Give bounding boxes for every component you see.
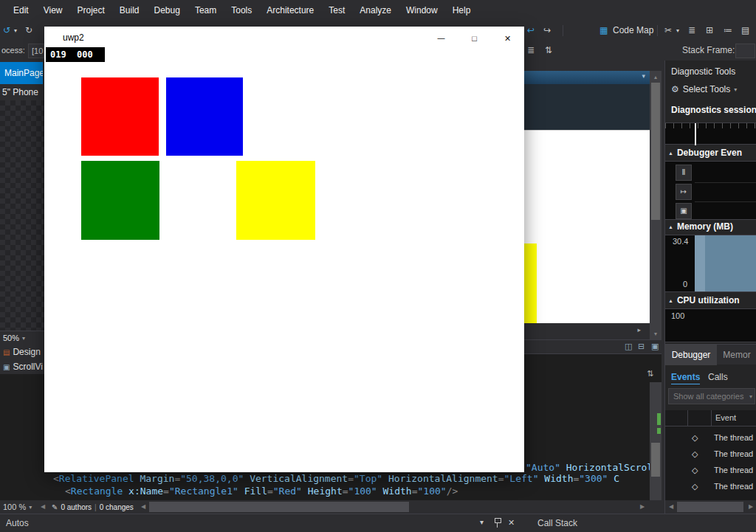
category-filter-dropdown[interactable]: Show all categories ▾	[668, 388, 755, 404]
editor-splitter-grip-icon[interactable]: ⇅	[647, 369, 653, 379]
collapse-triangle-icon[interactable]: ▲	[668, 298, 673, 303]
menu-test[interactable]: Test	[321, 5, 352, 15]
designer-zoom-control[interactable]: 50% ▾	[0, 331, 44, 345]
editor-vertical-scrollbar[interactable]	[650, 382, 662, 500]
event-row[interactable]: ◇ The thread	[665, 446, 756, 462]
zoom-dropdown-icon[interactable]: ▾	[22, 335, 25, 342]
list-icon[interactable]: ≣	[688, 21, 695, 41]
panel-icon[interactable]: ▤	[741, 21, 749, 41]
subtab-events[interactable]: Events	[671, 372, 700, 384]
updown-icon[interactable]: ⇅	[545, 41, 552, 61]
designer-yellow-rectangle[interactable]	[524, 243, 537, 323]
horizontal-scrollbar[interactable]	[148, 500, 636, 514]
menu-analyze[interactable]: Analyze	[352, 5, 399, 15]
timeline-cursor[interactable]	[695, 123, 696, 145]
session-timeline[interactable]	[665, 122, 756, 145]
threads-icon[interactable]: ≣	[527, 41, 535, 61]
collapse-triangle-icon[interactable]: ▲	[668, 151, 673, 156]
tab-memory-usage[interactable]: Memor	[717, 345, 756, 365]
close-icon[interactable]: ✕	[508, 518, 515, 528]
menu-team[interactable]: Team	[188, 5, 224, 15]
scroll-left-icon[interactable]: ◀	[38, 500, 47, 514]
designer-scroll-right-icon[interactable]: ▸	[637, 326, 641, 334]
navigate-forward-icon[interactable]: ↪	[543, 21, 551, 41]
change-mark	[657, 428, 661, 434]
assign-icon[interactable]: ≔	[724, 21, 732, 41]
autos-tab[interactable]: Autos	[6, 518, 29, 528]
editor-bottom-bar: 100 % ▾ ◀ ✎ 0 authors | 0 changes ◀ ▶	[0, 500, 756, 514]
code-line-relativepanel: <RelativePanel Margin="50,38,0,0" Vertic…	[53, 473, 648, 484]
minimize-button[interactable]: —	[425, 27, 458, 50]
scrollbar-thumb[interactable]	[677, 502, 743, 512]
cpu-label: CPU utilization	[677, 295, 740, 305]
menu-tools[interactable]: Tools	[224, 5, 259, 15]
device-selector[interactable]: 5" Phone	[2, 87, 38, 97]
subtab-calls[interactable]: Calls	[708, 372, 728, 382]
export-events-button[interactable]: ↦	[676, 184, 692, 200]
detach-dropdown-icon[interactable]: ▾	[676, 21, 679, 41]
scrollbar-thumb[interactable]	[149, 502, 409, 512]
menu-build[interactable]: Build	[112, 5, 147, 15]
code-map-icon[interactable]: ▦	[599, 21, 608, 41]
scroll-down-icon[interactable]: ▾	[650, 329, 662, 339]
scrollbar-thumb[interactable]	[651, 83, 660, 220]
select-tools-button[interactable]: ⚙ Select Tools ▾	[671, 84, 737, 94]
close-button[interactable]: ✕	[491, 27, 524, 50]
process-combobox[interactable]: [10	[28, 44, 44, 58]
menu-view[interactable]: View	[36, 5, 70, 15]
scroll-up-icon[interactable]: ▴	[650, 72, 662, 83]
event-row[interactable]: ◇ The thread	[665, 478, 756, 494]
menu-project[interactable]: Project	[69, 5, 111, 15]
scroll-right-icon[interactable]: ▶	[746, 500, 755, 514]
pin-icon[interactable]	[494, 518, 501, 528]
changes-count[interactable]: 0 changes	[100, 503, 134, 511]
navigate-back-icon[interactable]: ↩	[527, 21, 535, 41]
debugger-events-section-header[interactable]: ▲ Debugger Even	[668, 148, 742, 158]
redo-icon[interactable]: ↻	[25, 21, 32, 41]
menu-edit[interactable]: Edit	[6, 5, 36, 15]
tab-debugger[interactable]: Debugger	[665, 345, 717, 365]
document-tab-mainpage[interactable]: MainPage..	[0, 62, 43, 84]
pause-events-button[interactable]: Ⅱ	[676, 165, 692, 181]
app-title-bar[interactable]: uwp2 — □ ✕	[44, 27, 524, 50]
event-row[interactable]: ◇ The thread	[665, 429, 756, 446]
scroll-left-icon[interactable]: ◀	[667, 500, 676, 514]
collapse-triangle-icon[interactable]: ▲	[668, 224, 673, 229]
designer-artboard[interactable]	[524, 130, 650, 323]
undo-icon[interactable]: ↺	[3, 21, 10, 41]
designer-chrome-dropdown-icon[interactable]: ▾	[642, 72, 645, 80]
cpu-section-header[interactable]: ▲ CPU utilization	[668, 295, 740, 305]
snapshot-button[interactable]: ▣	[676, 203, 692, 219]
document-outline-breadcrumb[interactable]: ▣ ScrollVi	[0, 359, 44, 374]
menu-architecture[interactable]: Architecture	[259, 5, 321, 15]
detach-icon[interactable]: ✂	[664, 21, 672, 41]
menu-window[interactable]: Window	[399, 5, 445, 15]
editor-zoom-control[interactable]: 100 % ▾	[0, 500, 38, 514]
event-column-header[interactable]: Event	[715, 413, 736, 422]
maximize-button[interactable]: □	[458, 27, 491, 50]
authors-count[interactable]: 0 authors	[61, 503, 92, 511]
editor-zoom-dropdown-icon[interactable]: ▾	[29, 504, 32, 511]
undo-dropdown-icon[interactable]: ▾	[14, 21, 17, 41]
window-position-dropdown-icon[interactable]: ▾	[480, 518, 484, 526]
session-label: Diagnostics session	[671, 105, 756, 115]
split-vertical-icon[interactable]: ◫	[625, 342, 632, 351]
design-view-button[interactable]: ▤ Design	[0, 345, 44, 359]
menu-debug[interactable]: Debug	[147, 5, 188, 15]
scrollbar-thumb[interactable]	[651, 443, 660, 477]
scroll-left-icon[interactable]: ◀	[139, 500, 148, 514]
panel-horizontal-scrollbar[interactable]: ◀ ▶	[665, 500, 756, 514]
menu-help[interactable]: Help	[445, 5, 478, 15]
change-mark	[657, 413, 661, 425]
designer-vertical-scrollbar[interactable]: ▴ ▾	[650, 71, 662, 339]
memory-section-header[interactable]: ▲ Memory (MB)	[668, 221, 733, 232]
scroll-right-icon[interactable]: ▶	[638, 500, 647, 514]
codelens-indicators[interactable]: ✎ 0 authors | 0 changes	[49, 500, 139, 514]
code-map-button[interactable]: Code Map	[613, 21, 653, 41]
stack-frame-combobox[interactable]	[735, 44, 755, 58]
call-stack-tab[interactable]: Call Stack	[537, 518, 577, 528]
split-horizontal-icon[interactable]: ⊟	[638, 342, 645, 351]
expand-pane-icon[interactable]: ▣	[651, 342, 659, 351]
event-row[interactable]: ◇ The thread	[665, 462, 756, 478]
grid-icon[interactable]: ⊞	[706, 21, 713, 41]
